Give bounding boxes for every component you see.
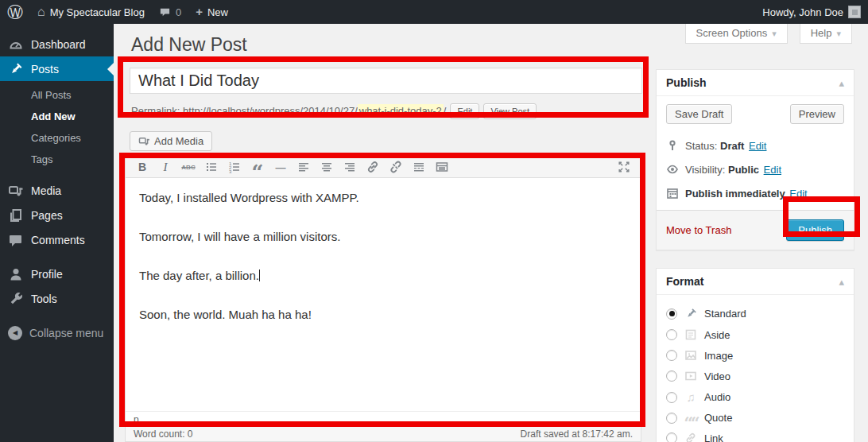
- post-title-input[interactable]: [130, 68, 642, 94]
- fullscreen-button[interactable]: [614, 158, 634, 176]
- strikethrough-button[interactable]: ABC: [178, 158, 199, 176]
- radio-image[interactable]: [666, 350, 677, 361]
- visibility-eye-icon: [666, 163, 679, 176]
- format-box-header[interactable]: Format: [657, 269, 854, 295]
- publish-box-header[interactable]: Publish: [657, 70, 854, 96]
- remove-link-button[interactable]: [386, 158, 406, 176]
- profile-icon: [8, 266, 24, 282]
- radio-aside[interactable]: [666, 329, 677, 340]
- word-count-label: Word count:: [134, 428, 184, 440]
- sidebar-item-collapse-menu[interactable]: Collapse menu: [0, 320, 114, 345]
- numbered-list-icon: 123: [227, 160, 242, 174]
- pushpin-icon: [8, 61, 24, 77]
- screen-options-button[interactable]: Screen Options: [685, 24, 788, 44]
- align-right-button[interactable]: [339, 158, 360, 176]
- sidebar-label: Comments: [31, 234, 85, 246]
- format-label[interactable]: Image: [704, 350, 733, 362]
- view-post-button[interactable]: View Post: [483, 103, 537, 119]
- sidebar-item-pages[interactable]: Pages: [0, 203, 114, 227]
- move-to-trash-link[interactable]: Move to Trash: [666, 224, 731, 236]
- format-option-standard: Standard: [666, 303, 844, 324]
- sidebar-label: Pages: [31, 209, 63, 222]
- edit-status-link[interactable]: Edit: [749, 140, 766, 152]
- sidebar-item-add-new[interactable]: Add New: [31, 106, 114, 127]
- comment-bubble-icon: [159, 6, 171, 18]
- format-label[interactable]: Standard: [704, 308, 746, 320]
- sidebar-item-tools[interactable]: Tools: [0, 286, 114, 311]
- schedule-text: Publish immediately: [685, 188, 785, 200]
- sidebar-label: Collapse menu: [29, 327, 103, 339]
- wordpress-logo-icon[interactable]: [0, 0, 30, 24]
- format-option-audio: Audio: [666, 386, 844, 408]
- edit-schedule-link[interactable]: Edit: [789, 188, 807, 200]
- format-label[interactable]: Video: [704, 370, 730, 382]
- help-label: Help: [811, 27, 832, 39]
- posts-submenu: All Posts Add New Categories Tags: [0, 81, 114, 178]
- help-button[interactable]: Help: [800, 24, 852, 44]
- publish-button[interactable]: Publish: [786, 219, 844, 241]
- sidebar-item-posts[interactable]: Posts: [0, 56, 114, 81]
- link-icon: [366, 160, 380, 174]
- insert-link-button[interactable]: [362, 158, 383, 176]
- format-option-video: Video: [666, 366, 844, 386]
- element-path: p: [134, 414, 139, 425]
- bullet-list-button[interactable]: [201, 158, 222, 176]
- numbered-list-button[interactable]: 123: [224, 158, 245, 176]
- radio-link[interactable]: [666, 432, 677, 442]
- permalink-base: http://localhost/wordpress/2014/10/27/: [183, 105, 358, 117]
- edit-visibility-link[interactable]: Edit: [764, 164, 781, 176]
- format-label[interactable]: Link: [704, 432, 723, 442]
- status-label: Status:: [685, 140, 717, 152]
- site-name-link[interactable]: My Spectacular Blog: [30, 0, 152, 24]
- screen-options-label: Screen Options: [696, 27, 768, 39]
- blockquote-button[interactable]: [247, 158, 268, 176]
- sidebar-item-categories[interactable]: Categories: [31, 127, 114, 149]
- read-more-button[interactable]: [409, 158, 429, 176]
- align-center-button[interactable]: [316, 158, 337, 176]
- bold-button[interactable]: B: [132, 158, 153, 176]
- toggle-panel-icon[interactable]: [839, 275, 844, 288]
- edit-permalink-button[interactable]: Edit: [450, 103, 479, 119]
- radio-video[interactable]: [666, 370, 677, 382]
- sidebar-item-dashboard[interactable]: Dashboard: [0, 32, 114, 56]
- format-box-title: Format: [666, 275, 703, 288]
- account-menu[interactable]: Howdy, John Doe: [755, 0, 868, 24]
- format-label[interactable]: Audio: [704, 391, 730, 403]
- align-left-button[interactable]: [293, 158, 314, 176]
- sidebar-item-all-posts[interactable]: All Posts: [31, 84, 114, 106]
- sidebar-item-media[interactable]: Media: [0, 178, 114, 203]
- editor-paragraph-text: The day after, a billion.: [139, 269, 259, 282]
- media-icon: [8, 183, 24, 199]
- toolbar-toggle-button[interactable]: [432, 158, 452, 176]
- editor-content-area[interactable]: Today, I installed Wordpress with XAMPP.…: [126, 178, 641, 411]
- format-standard-icon: [684, 307, 698, 320]
- format-label[interactable]: Quote: [704, 412, 732, 424]
- radio-quote[interactable]: [666, 413, 677, 424]
- editor-toolbar: B I ABC 123: [126, 157, 641, 178]
- radio-audio[interactable]: [666, 392, 677, 403]
- align-right-icon: [343, 160, 357, 174]
- sidebar-item-comments[interactable]: Comments: [0, 227, 114, 252]
- side-column: Publish Save Draft Preview Status: Draft…: [656, 69, 854, 442]
- save-draft-button[interactable]: Save Draft: [666, 104, 732, 124]
- add-media-button[interactable]: Add Media: [130, 131, 212, 151]
- publish-box-title: Publish: [666, 76, 707, 89]
- tools-icon: [8, 291, 24, 307]
- visibility-value: Public: [728, 164, 759, 176]
- toggle-panel-icon[interactable]: [839, 76, 844, 89]
- preview-button[interactable]: Preview: [790, 104, 844, 124]
- bullet-list-icon: [204, 160, 219, 174]
- toolbar-toggle-icon: [435, 160, 449, 174]
- comments-bubble-link[interactable]: 0: [152, 0, 188, 24]
- sidebar-item-tags[interactable]: Tags: [31, 149, 114, 170]
- format-option-image: Image: [666, 345, 844, 366]
- page-title: Add New Post: [131, 34, 247, 56]
- chevron-down-icon: [836, 27, 841, 39]
- new-content-link[interactable]: New: [188, 0, 235, 24]
- avatar: [848, 6, 861, 18]
- italic-button[interactable]: I: [155, 158, 176, 176]
- format-label[interactable]: Aside: [704, 329, 730, 341]
- horizontal-rule-button[interactable]: [270, 158, 291, 176]
- radio-standard[interactable]: [666, 308, 677, 320]
- sidebar-item-profile[interactable]: Profile: [0, 262, 114, 286]
